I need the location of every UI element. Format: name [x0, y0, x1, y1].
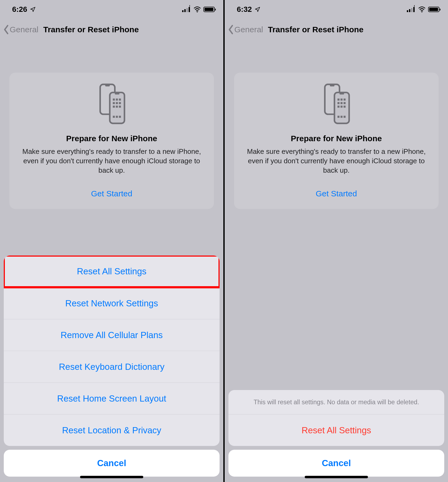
svg-rect-5	[113, 98, 115, 101]
svg-rect-3	[110, 93, 124, 123]
phone-right: 6:32 ! General Transfer or Reset iPhone	[225, 0, 448, 482]
svg-rect-12	[116, 106, 118, 108]
svg-rect-2	[105, 84, 110, 86]
svg-rect-24	[343, 98, 345, 101]
transfer-devices-icon	[17, 83, 206, 126]
reset-network-settings-button[interactable]: Reset Network Settings	[4, 287, 220, 319]
svg-rect-11	[113, 106, 115, 108]
back-button[interactable]: General	[227, 24, 263, 35]
svg-rect-4	[115, 92, 119, 94]
location-icon	[30, 6, 36, 12]
battery-icon	[428, 7, 439, 12]
reset-all-settings-button[interactable]: Reset All Settings	[4, 256, 220, 287]
svg-rect-32	[340, 116, 343, 118]
prepare-card: Prepare for New iPhone Make sure everyth…	[234, 73, 439, 209]
svg-rect-28	[337, 106, 340, 108]
svg-rect-21	[339, 92, 344, 94]
status-time: 6:32	[237, 5, 252, 14]
svg-rect-9	[116, 102, 118, 104]
card-title: Prepare for New iPhone	[242, 134, 431, 143]
back-label: General	[234, 25, 263, 34]
reset-keyboard-dictionary-button[interactable]: Reset Keyboard Dictionary	[4, 351, 220, 382]
svg-rect-23	[340, 98, 343, 101]
chevron-left-icon	[227, 24, 234, 35]
svg-rect-20	[334, 93, 349, 123]
battery-icon	[203, 7, 215, 12]
confirm-reset-all-button[interactable]: Reset All Settings	[228, 414, 444, 446]
back-label: General	[10, 25, 38, 34]
page-title: Transfer or Reset iPhone	[38, 25, 221, 34]
svg-rect-27	[343, 102, 345, 104]
svg-rect-10	[119, 102, 121, 104]
svg-point-0	[197, 11, 198, 12]
status-bar: 6:26 !	[0, 0, 223, 19]
svg-rect-15	[116, 116, 118, 118]
wifi-icon	[418, 6, 426, 12]
remove-cellular-plans-button[interactable]: Remove All Cellular Plans	[4, 319, 220, 351]
svg-rect-6	[116, 98, 118, 101]
home-indicator[interactable]	[80, 476, 143, 478]
card-title: Prepare for New iPhone	[17, 134, 206, 143]
get-started-button[interactable]: Get Started	[242, 189, 431, 198]
location-icon	[255, 6, 260, 12]
nav-bar: General Transfer or Reset iPhone	[225, 19, 448, 40]
svg-rect-19	[330, 84, 334, 86]
svg-rect-14	[113, 116, 115, 118]
cancel-button[interactable]: Cancel	[4, 450, 220, 477]
svg-rect-13	[119, 106, 121, 108]
cancel-button[interactable]: Cancel	[228, 450, 444, 477]
svg-rect-25	[337, 102, 340, 104]
svg-rect-7	[119, 98, 121, 101]
svg-rect-16	[119, 116, 121, 118]
cellular-badge: !	[189, 4, 190, 8]
wifi-icon	[193, 6, 201, 12]
back-button[interactable]: General	[3, 24, 38, 35]
cellular-signal-icon	[182, 7, 190, 12]
reset-location-privacy-button[interactable]: Reset Location & Privacy	[4, 414, 220, 446]
get-started-button[interactable]: Get Started	[17, 189, 206, 198]
page-title: Transfer or Reset iPhone	[263, 25, 445, 34]
chevron-left-icon	[3, 24, 10, 35]
card-description: Make sure everything's ready to transfer…	[19, 147, 204, 175]
svg-rect-22	[337, 98, 340, 101]
svg-rect-33	[343, 116, 345, 118]
svg-rect-30	[343, 106, 345, 108]
cellular-signal-icon	[407, 7, 415, 12]
svg-rect-31	[337, 116, 340, 118]
svg-point-17	[421, 11, 422, 12]
phone-left: 6:26 ! General Transfer or Reset iPhone	[0, 0, 223, 482]
nav-bar: General Transfer or Reset iPhone	[0, 19, 223, 40]
svg-rect-8	[113, 102, 115, 104]
card-description: Make sure everything's ready to transfer…	[244, 147, 429, 175]
home-indicator[interactable]	[305, 476, 368, 478]
status-bar: 6:32 !	[225, 0, 448, 19]
cellular-badge: !	[414, 4, 415, 8]
reset-action-sheet: Reset All Settings Reset Network Setting…	[4, 256, 220, 477]
confirm-action-sheet: This will reset all settings. No data or…	[228, 390, 444, 477]
confirm-message: This will reset all settings. No data or…	[228, 390, 444, 414]
reset-home-screen-button[interactable]: Reset Home Screen Layout	[4, 382, 220, 414]
status-time: 6:26	[12, 5, 27, 14]
svg-rect-29	[340, 106, 343, 108]
transfer-devices-icon	[242, 83, 431, 126]
prepare-card: Prepare for New iPhone Make sure everyth…	[9, 73, 214, 209]
svg-rect-26	[340, 102, 343, 104]
